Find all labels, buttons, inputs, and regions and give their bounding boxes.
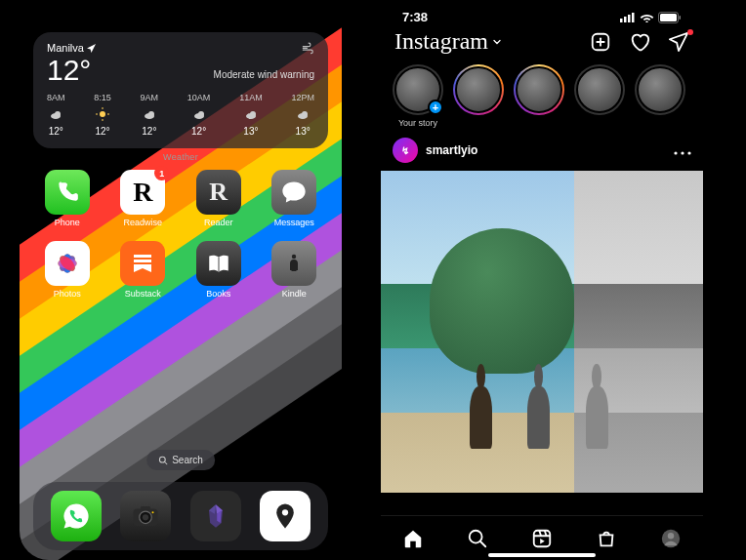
svg-rect-30 <box>134 255 151 258</box>
app-substack[interactable]: Substack <box>109 241 178 299</box>
messages-button[interactable] <box>668 31 689 53</box>
svg-rect-49 <box>660 14 677 21</box>
svg-rect-59 <box>534 530 551 546</box>
post-author[interactable]: ↯ smartlyio <box>393 138 477 163</box>
tab-shop[interactable] <box>596 528 617 549</box>
app-label: Phone <box>55 218 80 227</box>
dock-app-maps[interactable] <box>260 491 311 541</box>
app-reader[interactable]: RReader <box>185 170 253 227</box>
battery-icon <box>658 12 682 23</box>
weather-warning: Moderate wind warning <box>214 69 314 80</box>
app-label: Reader <box>204 218 233 227</box>
weather-hour: 11AM13° <box>239 93 263 137</box>
search-label: Search <box>172 455 203 465</box>
svg-rect-31 <box>134 260 151 262</box>
weather-location: Manilva <box>47 42 96 54</box>
app-books[interactable]: Books <box>185 241 253 299</box>
tab-reels[interactable] <box>531 528 553 549</box>
story-item[interactable] <box>574 64 625 128</box>
home-indicator[interactable] <box>488 553 596 557</box>
svg-rect-45 <box>624 17 627 22</box>
location-arrow-icon <box>87 44 96 53</box>
story-item[interactable] <box>635 64 685 128</box>
svg-rect-34 <box>290 267 298 270</box>
activity-button[interactable] <box>629 31 650 53</box>
svg-point-33 <box>292 255 296 259</box>
add-story-icon: + <box>428 100 443 115</box>
svg-rect-44 <box>620 19 623 22</box>
story-item[interactable] <box>514 64 564 128</box>
tab-home[interactable] <box>402 528 424 549</box>
app-label: Kindle <box>282 289 307 299</box>
svg-point-55 <box>681 151 684 154</box>
books-icon <box>196 241 241 286</box>
weather-hour: 12PM13° <box>291 93 314 137</box>
status-bar: 7:38 <box>381 0 703 26</box>
svg-point-64 <box>668 533 674 539</box>
app-readwise[interactable]: R1Readwise <box>109 170 178 227</box>
app-kindle[interactable]: Kindle <box>261 241 329 299</box>
stories-tray[interactable]: +Your story <box>381 60 703 130</box>
svg-point-8 <box>55 111 61 117</box>
weather-hour: 8AM12° <box>47 93 65 137</box>
svg-point-17 <box>198 111 204 117</box>
story-label: Your story <box>398 118 437 128</box>
wind-icon <box>301 42 314 56</box>
spotlight-search[interactable]: Search <box>146 450 215 470</box>
search-icon <box>158 456 168 465</box>
svg-point-19 <box>250 111 256 117</box>
weather-hour: 9AM12° <box>141 93 159 137</box>
app-grid: PhoneR1ReadwiseRReaderMessagesPhotosSubs… <box>33 170 328 299</box>
app-label: Substack <box>125 289 161 299</box>
ios-home-screen: 7:36 Manilva 12° <box>20 0 342 560</box>
substack-icon <box>120 241 165 286</box>
cellular-icon <box>620 12 636 22</box>
svg-rect-41 <box>141 506 150 510</box>
story-your-story[interactable]: +Your story <box>393 64 443 128</box>
svg-point-40 <box>143 514 148 520</box>
app-label: Readwise <box>123 218 162 227</box>
weather-hour: 8:1512° <box>94 93 111 137</box>
svg-point-43 <box>282 509 288 515</box>
tab-profile[interactable] <box>660 528 682 549</box>
post-image[interactable] <box>381 171 703 493</box>
instagram-app: 7:38 Instagram <box>381 0 703 560</box>
svg-point-56 <box>687 151 690 154</box>
tab-search[interactable] <box>467 528 488 549</box>
weather-temp: 12° <box>47 56 96 85</box>
post-username: smartlyio <box>426 143 477 157</box>
weather-widget[interactable]: Manilva 12° Moderate wind warning 8AM12°… <box>33 32 328 148</box>
svg-rect-47 <box>632 13 635 22</box>
chevron-down-icon <box>491 36 503 48</box>
instagram-header: Instagram <box>381 26 703 60</box>
post-avatar: ↯ <box>393 138 418 163</box>
status-time: 7:38 <box>402 10 428 24</box>
readwise-icon: R1 <box>120 170 165 215</box>
svg-point-15 <box>148 111 154 117</box>
svg-rect-50 <box>680 16 682 20</box>
app-phone[interactable]: Phone <box>33 170 102 227</box>
post-header: ↯ smartlyio <box>381 130 703 171</box>
story-item[interactable] <box>453 64 504 128</box>
instagram-logo[interactable]: Instagram <box>394 28 503 55</box>
app-photos[interactable]: Photos <box>33 241 102 299</box>
app-label: Messages <box>274 218 314 227</box>
svg-point-54 <box>674 151 677 154</box>
svg-point-9 <box>100 111 105 117</box>
new-post-button[interactable] <box>590 31 611 53</box>
app-messages[interactable]: Messages <box>261 170 329 227</box>
dock-app-obsidian[interactable] <box>190 491 241 541</box>
post-more-button[interactable] <box>674 141 691 159</box>
notification-dot <box>687 29 693 35</box>
svg-line-36 <box>164 461 167 464</box>
svg-line-58 <box>480 540 486 546</box>
app-label: Photos <box>54 289 81 299</box>
svg-point-21 <box>302 111 308 117</box>
photos-icon <box>45 241 90 286</box>
svg-point-42 <box>152 511 154 513</box>
svg-rect-46 <box>628 15 631 22</box>
dock-app-camera[interactable] <box>120 491 171 541</box>
dock-app-whatsapp[interactable] <box>51 491 102 541</box>
wifi-icon <box>640 12 654 22</box>
reader-icon: R <box>196 170 241 215</box>
